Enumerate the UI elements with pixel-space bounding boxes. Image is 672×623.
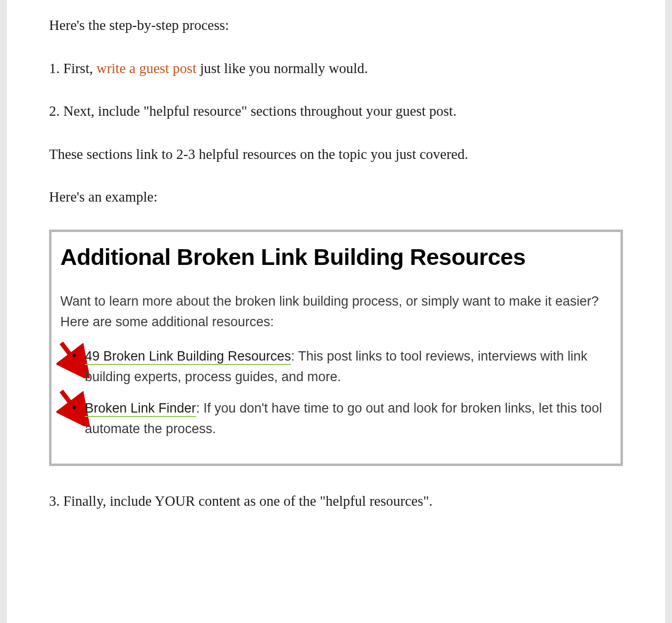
intro-text: Here's the step-by-step process: (49, 15, 623, 36)
step-1-prefix: 1. First, (49, 60, 97, 76)
article-page: Here's the step-by-step process: 1. Firs… (0, 0, 672, 623)
resource-link[interactable]: Broken Link Finder (85, 401, 196, 417)
example-heading: Additional Broken Link Building Resource… (60, 241, 612, 273)
resource-list: 49 Broken Link Building Resources: This … (60, 346, 612, 439)
step-1-suffix: just like you normally would. (196, 60, 368, 76)
example-lead: Here's an example: (49, 186, 623, 208)
list-item: 49 Broken Link Building Resources: This … (84, 346, 612, 388)
step-3: 3. Finally, include YOUR content as one … (49, 491, 623, 512)
guest-post-link[interactable]: write a guest post (97, 60, 197, 76)
colon: : (291, 349, 295, 363)
resource-link[interactable]: 49 Broken Link Building Resources (85, 349, 291, 365)
step-2b: These sections link to 2-3 helpful resou… (49, 144, 623, 165)
example-box: Additional Broken Link Building Resource… (49, 230, 623, 467)
list-item: Broken Link Finder: If you don't have ti… (84, 398, 612, 440)
example-intro: Want to learn more about the broken link… (60, 291, 612, 333)
step-2: 2. Next, include "helpful resource" sect… (49, 101, 623, 122)
colon: : (196, 401, 200, 415)
step-1: 1. First, write a guest post just like y… (49, 58, 623, 79)
